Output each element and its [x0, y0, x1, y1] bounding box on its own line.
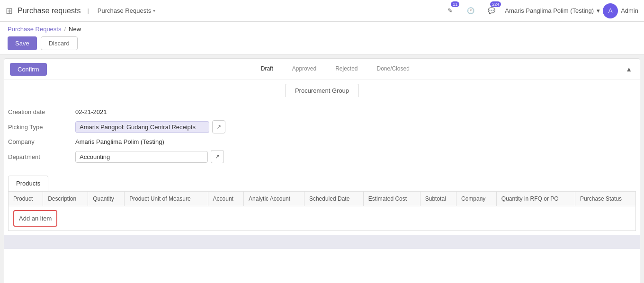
avatar: A: [603, 3, 618, 18]
breadcrumb: Purchase Requests / New: [8, 26, 636, 33]
chat-badge: 224: [490, 1, 501, 7]
scroll-up-arrow[interactable]: ▲: [624, 63, 634, 75]
col-scheduled-date: Scheduled Date: [304, 192, 363, 206]
footer-bar: [4, 235, 640, 249]
add-item-link[interactable]: Add an item: [13, 210, 57, 227]
discard-button[interactable]: Discard: [41, 36, 78, 50]
procurement-group-tab-area: Procurement Group: [4, 80, 640, 101]
creation-date-label: Creation date: [8, 108, 70, 115]
company-row: Company Amaris Panglima Polim (Testing): [8, 138, 636, 145]
edit-icon-btn[interactable]: ✎ 11: [442, 3, 457, 18]
col-description: Description: [43, 192, 88, 206]
table-header-row: Product Description Quantity Product Uni…: [9, 192, 636, 206]
navbar-right: ✎ 11 🕐 💬 224 Amaris Panglima Polim (Test…: [442, 3, 638, 18]
col-quantity: Quantity: [88, 192, 125, 206]
status-draft[interactable]: Draft: [251, 62, 283, 76]
col-product: Product: [9, 192, 43, 206]
creation-date-row: Creation date 02-21-2021: [8, 108, 636, 115]
user-name: Amaris Panglima Polim (Testing): [505, 7, 594, 14]
edit-badge: 11: [451, 1, 459, 7]
user-menu[interactable]: Amaris Panglima Polim (Testing) ▾ A Admi…: [505, 3, 638, 18]
edit-icon: ✎: [447, 7, 453, 14]
nav-sep: |: [87, 7, 89, 14]
breadcrumb-sep: /: [64, 26, 66, 33]
action-buttons: Save Discard: [8, 36, 636, 50]
module-menu-button[interactable]: Purchase Requests ▾: [94, 5, 159, 16]
col-company: Company: [456, 192, 497, 206]
product-table: Product Description Quantity Product Uni…: [8, 191, 636, 231]
creation-date-value: 02-21-2021: [75, 108, 107, 115]
picking-type-label: Picking Type: [8, 124, 70, 131]
clock-icon: 🕐: [467, 7, 474, 14]
navbar: ⊞ Purchase requests | Purchase Requests …: [0, 0, 644, 22]
company-value: Amaris Panglima Polim (Testing): [75, 138, 164, 145]
status-bar: Confirm Draft Approved Rejected Done/Clo…: [4, 59, 640, 80]
picking-type-select[interactable]: Amaris Pangpol: Gudang Central Receipts: [75, 121, 209, 133]
chat-icon: 💬: [488, 7, 495, 14]
content-area: Confirm Draft Approved Rejected Done/Clo…: [4, 58, 640, 283]
col-analytic-account: Analytic Account: [244, 192, 304, 206]
status-rejected[interactable]: Rejected: [326, 62, 367, 76]
save-button[interactable]: Save: [8, 36, 37, 50]
department-select-wrap: Accounting ↗: [75, 150, 224, 163]
confirm-button[interactable]: Confirm: [10, 63, 47, 76]
tab-products[interactable]: Products: [8, 176, 48, 191]
table-body: Add an item: [9, 206, 636, 231]
col-product-uom: Product Unit of Measure: [125, 192, 208, 206]
breadcrumb-parent[interactable]: Purchase Requests: [8, 26, 61, 33]
chat-icon-btn[interactable]: 💬 224: [484, 3, 499, 18]
col-estimated-cost: Estimated Cost: [363, 192, 420, 206]
module-arrow: ▾: [153, 8, 155, 13]
status-steps: Draft Approved Rejected Done/Closed: [251, 62, 419, 76]
add-item-cell: Add an item: [9, 206, 636, 231]
picking-type-row: Picking Type Amaris Pangpol: Gudang Cent…: [8, 120, 636, 133]
app-title: Purchase requests: [18, 7, 80, 15]
admin-label: Admin: [621, 7, 638, 14]
status-done-closed[interactable]: Done/Closed: [367, 62, 419, 76]
tab-list: Products: [8, 176, 636, 191]
department-label: Department: [8, 153, 70, 160]
user-arrow: ▾: [597, 7, 600, 14]
add-item-row: Add an item: [9, 206, 636, 231]
breadcrumb-current: New: [69, 26, 81, 33]
col-purchase-status: Purchase Status: [575, 192, 636, 206]
department-row: Department Accounting ↗: [8, 150, 636, 163]
products-tab-section: Products Product Description Quantity Pr…: [4, 176, 640, 231]
form-fields: Creation date 02-21-2021 Picking Type Am…: [4, 101, 640, 176]
col-account: Account: [208, 192, 243, 206]
procurement-group-tab[interactable]: Procurement Group: [285, 84, 359, 97]
picking-type-ext-link[interactable]: ↗: [212, 120, 225, 133]
department-ext-link[interactable]: ↗: [211, 150, 224, 163]
status-approved[interactable]: Approved: [283, 62, 326, 76]
col-qty-rfq: Quantity in RFQ or PO: [496, 192, 575, 206]
company-label: Company: [8, 138, 70, 145]
grid-icon[interactable]: ⊞: [6, 6, 13, 16]
department-select[interactable]: Accounting: [75, 151, 208, 163]
clock-icon-btn[interactable]: 🕐: [463, 3, 478, 18]
col-subtotal: Subtotal: [420, 192, 456, 206]
table-header: Product Description Quantity Product Uni…: [9, 192, 636, 206]
picking-type-select-wrap: Amaris Pangpol: Gudang Central Receipts …: [75, 120, 225, 133]
page-header: Purchase Requests / New Save Discard: [0, 22, 644, 54]
module-label: Purchase Requests: [98, 7, 151, 14]
